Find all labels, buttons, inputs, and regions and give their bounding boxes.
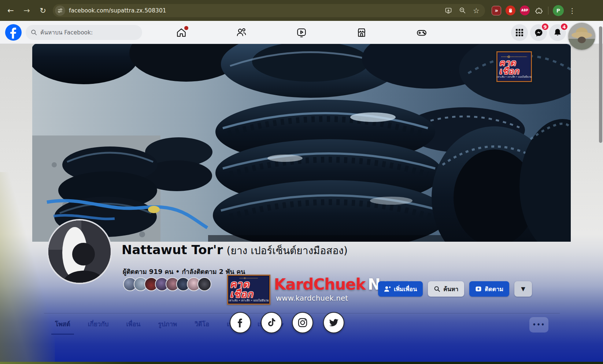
home-notification-dot <box>184 26 188 30</box>
tab-posts[interactable]: โพสต์ <box>51 315 74 335</box>
address-bar[interactable]: facebook.com/supattra.zx.508301 ☆ <box>53 4 485 17</box>
browser-menu-icon[interactable]: ⋮ <box>568 7 576 15</box>
follow-label: ติดตาม <box>485 285 503 294</box>
search-icon <box>434 286 440 292</box>
profile-picture[interactable] <box>47 219 112 284</box>
tab-videos[interactable]: วิดีโอ <box>191 315 213 335</box>
profile-name-row: Nattawut Tor'r(ยาง เปอร์เซ็นต์ยางมือสอง) <box>122 242 348 259</box>
tab-photos[interactable]: รูปภาพ <box>154 315 181 335</box>
extensions-puzzle-icon[interactable] <box>534 6 544 15</box>
kardchuek-logo-cover: คาดเชือก เจาะลับ • เจาะลึก • แบบไม่มีนวม <box>496 51 532 82</box>
brand-website: www.kardchuek.net <box>276 294 348 302</box>
browser-profile-avatar[interactable]: P <box>553 5 564 16</box>
forward-icon[interactable]: → <box>21 4 33 17</box>
person-add-icon <box>384 286 391 293</box>
add-friend-button[interactable]: เพิ่มเพื่อน <box>378 281 423 297</box>
notifications-button[interactable]: 4 <box>549 24 566 41</box>
profile-nickname: (ยาง เปอร์เซ็นต์ยางมือสอง) <box>227 245 348 257</box>
instagram-icon <box>292 312 313 333</box>
url-text: facebook.com/supattra.zx.508301 <box>69 7 166 14</box>
messenger-badge: 9 <box>541 23 549 31</box>
bottom-edge-strip <box>0 362 603 364</box>
brand-name: KardChuek <box>274 275 366 293</box>
screen: ← → ↻ facebook.com/supattra.zx.508301 <box>0 0 603 364</box>
chevron-down-icon: ▼ <box>521 286 525 292</box>
back-icon[interactable]: ← <box>4 4 17 17</box>
profile-name: Nattawut Tor'r <box>122 242 223 257</box>
kardchuek-logo-watermark: คาดเชือก เจาะลับ • เจาะลึก • แบบไม่มีนวม <box>227 275 270 305</box>
site-info-icon[interactable] <box>55 5 65 16</box>
profile-actions: เพิ่มเพื่อน ค้นหา ติดตาม ▼ <box>378 281 532 297</box>
extensions-area: » ABP P ⋮ <box>492 5 576 16</box>
logo-tagline: เจาะลับ • เจาะลึก • แบบไม่มีนวม <box>229 299 269 302</box>
bookmark-star-icon[interactable]: ☆ <box>471 5 481 16</box>
account-avatar[interactable] <box>568 23 595 50</box>
tires-cover-image <box>32 44 571 242</box>
home-tab[interactable] <box>176 27 187 38</box>
tab-about[interactable]: เกี่ยวกับ <box>84 315 112 335</box>
ellipsis-icon: ••• <box>533 322 545 328</box>
watch-tab[interactable] <box>296 27 307 38</box>
browser-chrome: ← → ↻ facebook.com/supattra.zx.508301 <box>0 0 603 21</box>
notifications-badge: 4 <box>560 23 568 31</box>
install-icon[interactable] <box>443 5 454 16</box>
add-friend-label: เพิ่มเพื่อน <box>394 285 417 294</box>
twitter-icon <box>323 312 344 333</box>
follow-button[interactable]: ติดตาม <box>469 281 509 297</box>
more-actions-dropdown[interactable]: ▼ <box>514 281 532 297</box>
follow-icon <box>475 286 482 292</box>
abp-extension-icon[interactable]: ABP <box>520 5 530 15</box>
cover-photo[interactable]: คาดเชือก เจาะลับ • เจาะลึก • แบบไม่มีนวม <box>32 44 571 242</box>
logo-tagline: เจาะลับ • เจาะลึก • แบบไม่มีนวม <box>497 75 532 78</box>
zoom-out-icon[interactable] <box>457 5 467 16</box>
search-label: ค้นหา <box>443 285 458 294</box>
facebook-icon <box>230 312 251 333</box>
logo-title: คาดเชือก <box>230 279 268 299</box>
marketplace-tab[interactable] <box>356 27 367 38</box>
messenger-button[interactable]: 9 <box>530 24 547 41</box>
adblock-hand-extension-icon[interactable] <box>506 5 515 15</box>
tab-friends[interactable]: เพื่อน <box>122 315 144 335</box>
social-icons-row <box>230 312 344 333</box>
tiktok-icon <box>261 312 282 333</box>
mutual-friends-row[interactable] <box>123 277 211 291</box>
reload-icon[interactable]: ↻ <box>37 4 49 17</box>
logo-title: คาดเชือก <box>499 59 529 75</box>
friend-avatar[interactable] <box>197 277 211 291</box>
search-profile-button[interactable]: ค้นหา <box>428 281 464 297</box>
apps-menu-button[interactable] <box>511 24 528 41</box>
grid-icon <box>515 29 524 37</box>
gaming-tab[interactable] <box>416 27 427 38</box>
facebook-nav: 9 4 <box>0 21 603 44</box>
friends-tab[interactable] <box>236 27 247 38</box>
video-speed-extension-icon[interactable]: » <box>492 6 501 15</box>
toolbar-separator <box>548 7 548 15</box>
scrollbar-thumb[interactable] <box>599 26 602 143</box>
more-options-button[interactable]: ••• <box>529 317 548 333</box>
